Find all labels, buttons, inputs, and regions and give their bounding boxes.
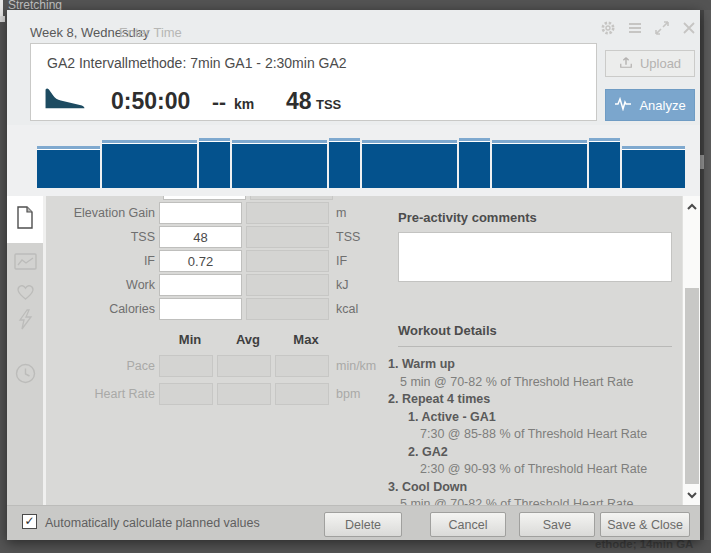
elevation-gain-completed-field <box>246 202 329 224</box>
workout-step-warmup: 1. Warm up 5 min @ 70-82 % of Threshold … <box>388 356 678 391</box>
heart-rate-row: Heart Rate bpm <box>46 380 398 408</box>
calories-planned-input[interactable] <box>159 298 242 320</box>
work-row-unit: kJ <box>336 278 349 292</box>
if-row-unit: IF <box>336 254 347 268</box>
step-title: Active - GA1 <box>421 410 495 424</box>
heart-rate-max-field <box>275 383 329 405</box>
background-right-nub <box>700 155 704 169</box>
tss-row-unit: TSS <box>336 230 360 244</box>
chart-bar-ga2[interactable] <box>588 138 622 188</box>
chart-bar-active-ga1[interactable] <box>361 140 458 188</box>
heart-rate-avg-field <box>217 383 271 405</box>
step-number: 1. <box>388 357 398 371</box>
scrollbar-thumb[interactable] <box>685 288 699 484</box>
min-header: Min <box>163 332 217 347</box>
workout-details-heading: Workout Details <box>398 323 678 338</box>
step-title: Warm up <box>402 357 455 371</box>
calories-completed-field <box>246 298 329 320</box>
auto-calculate-checkbox[interactable]: ✓ <box>22 514 37 529</box>
save-button[interactable]: Save <box>519 512 595 537</box>
cancel-button[interactable]: Cancel <box>430 512 506 537</box>
step-title: GA2 <box>422 445 448 459</box>
pace-avg-field <box>217 355 271 377</box>
min-avg-max-header: Min Avg Max <box>163 332 398 347</box>
chart-bar-ga2[interactable] <box>458 138 492 188</box>
workout-step-cooldown: 3. Cool Down 5 min @ 70-82 % of Threshol… <box>388 479 678 506</box>
tss-label: TSS <box>46 230 159 244</box>
settings-gear-icon[interactable] <box>600 20 616 36</box>
waveform-icon <box>614 97 632 114</box>
workout-editor-modal: Week 8, Wednesday Enter Time GA2 Interva… <box>7 10 700 540</box>
time-clock-tab-icon[interactable] <box>7 363 43 384</box>
chart-bar-active-ga1[interactable] <box>101 140 198 188</box>
form-row-calories: Calories kcal <box>46 297 398 321</box>
elevation-gain-unit: m <box>336 206 346 220</box>
enter-time-link[interactable]: Enter Time <box>119 25 182 40</box>
workout-summary-card: GA2 Intervallmethode: 7min GA1 - 2:30min… <box>30 43 597 121</box>
chart-bar-active-ga1[interactable] <box>491 140 588 188</box>
distance-unit: km <box>234 96 254 112</box>
elevation-gain-planned-input[interactable] <box>159 202 242 224</box>
elevation-gain-label: Elevation Gain <box>46 206 159 220</box>
power-lightning-tab-icon[interactable] <box>7 309 43 330</box>
scrollbar-up-arrow[interactable] <box>683 198 700 214</box>
chart-bar-ga2[interactable] <box>198 138 232 188</box>
work-completed-field <box>246 274 329 296</box>
workout-step-ga2: 2. GA2 2:30 @ 90-93 % of Threshold Heart… <box>408 444 678 479</box>
min-avg-max-table: Min Avg Max Pace min/km Heart Rate bpm <box>46 332 398 408</box>
if-planned-input[interactable] <box>159 250 242 272</box>
pre-activity-comments-input[interactable] <box>398 232 672 282</box>
delete-button[interactable]: Delete <box>324 512 402 537</box>
tss-unit: TSS <box>316 97 341 112</box>
calories-label: Calories <box>46 302 159 316</box>
step-number: 2. <box>408 445 418 459</box>
chart-bar-ga2[interactable] <box>328 138 362 188</box>
chart-tab-icon[interactable] <box>7 253 43 270</box>
background-right-edge-2 <box>704 10 711 540</box>
chart-bar-warm-up[interactable] <box>36 146 101 188</box>
menu-icon[interactable] <box>627 20 643 36</box>
heart-rate-min-field <box>159 383 213 405</box>
workout-title: GA2 Intervallmethode: 7min GA1 - 2:30min… <box>47 55 347 71</box>
work-planned-input[interactable] <box>159 274 242 296</box>
chart-bar-active-ga1[interactable] <box>231 140 328 188</box>
step-title: Cool Down <box>402 480 467 494</box>
form-row-work: Work kJ <box>46 273 398 297</box>
workout-step-repeat: 2. Repeat 4 times 1. Active - GA1 7:30 @… <box>388 391 678 479</box>
step-title: Repeat 4 times <box>402 392 490 406</box>
workout-step-ga1: 1. Active - GA1 7:30 @ 85-88 % of Thresh… <box>408 409 678 444</box>
heart-rate-unit: bpm <box>336 387 360 401</box>
scrollbar-down-arrow[interactable] <box>683 487 700 503</box>
step-number: 1. <box>408 410 418 424</box>
upload-icon <box>619 55 633 72</box>
chart-bar-cool-down[interactable] <box>621 146 686 188</box>
step-number: 3. <box>388 480 398 494</box>
expand-icon[interactable] <box>654 20 670 36</box>
close-icon[interactable] <box>681 20 697 36</box>
pace-row: Pace min/km <box>46 352 398 380</box>
if-completed-field <box>246 250 329 272</box>
tss-planned-input[interactable] <box>159 226 242 248</box>
upload-button[interactable]: Upload <box>605 50 695 77</box>
save-and-close-button[interactable]: Save & Close <box>600 512 690 537</box>
if-label: IF <box>46 254 159 268</box>
clipped-input-fragment <box>163 196 246 200</box>
calories-row-unit: kcal <box>336 302 358 316</box>
clipped-input-fragment-2 <box>250 196 333 200</box>
repeat-substeps: 1. Active - GA1 7:30 @ 85-88 % of Thresh… <box>408 409 678 479</box>
workout-details-divider <box>398 346 672 347</box>
planned-distance: -- <box>212 90 226 114</box>
heart-rate-tab-icon[interactable] <box>7 282 43 301</box>
modal-footer: ✓ Automatically calculate planned values… <box>7 505 700 540</box>
document-icon[interactable] <box>7 205 43 230</box>
pace-unit: min/km <box>336 359 376 373</box>
analyze-button[interactable]: Analyze <box>605 89 695 121</box>
vertical-scrollbar[interactable] <box>682 196 700 505</box>
right-panel: Pre-activity comments Workout Details 1.… <box>388 196 678 505</box>
form-row-if: IF IF <box>46 249 398 273</box>
tss-completed-field <box>246 226 329 248</box>
auto-calculate-label: Automatically calculate planned values <box>45 516 260 530</box>
modal-content: Elevation Gain m TSS TSS IF IF <box>7 196 700 505</box>
workout-details-list: 1. Warm up 5 min @ 70-82 % of Threshold … <box>388 356 678 505</box>
running-shoe-icon <box>43 84 87 116</box>
